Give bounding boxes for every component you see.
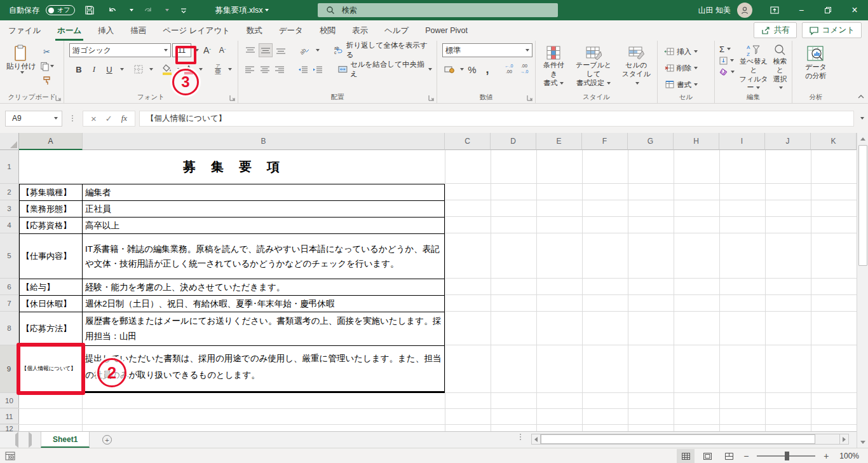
font-color-button[interactable]: A <box>182 62 195 76</box>
cell-styles-button[interactable]: セルの スタイル <box>618 45 654 88</box>
column-header-f[interactable]: F <box>582 133 628 150</box>
select-all-corner[interactable] <box>0 133 19 150</box>
save-button[interactable] <box>81 2 98 18</box>
autosave-toggle[interactable]: オフ <box>46 5 75 15</box>
increase-font-size-button[interactable]: Aˆ <box>200 43 214 57</box>
cell-b6[interactable]: 経験・能力を考慮の上、決めさせていただきます。 <box>83 279 445 295</box>
cell-b7[interactable]: 週休2日制（土日）、祝日、有給休暇、夏季･年末年始・慶弔休暇 <box>83 295 445 312</box>
format-painter-button[interactable] <box>40 74 54 88</box>
underline-dropdown[interactable] <box>120 68 124 71</box>
cell-b9[interactable]: 提出していただいた書類は、採用の用途でのみ使用し、厳重に管理いたします。また、担… <box>83 345 445 393</box>
fill-color-button[interactable] <box>161 62 173 76</box>
align-middle-button[interactable] <box>259 43 272 57</box>
comma-style-button[interactable]: , <box>480 62 494 76</box>
font-size-dropdown[interactable] <box>195 49 199 52</box>
fill-dropdown[interactable] <box>730 59 734 62</box>
tab-bar-splitter[interactable] <box>520 434 521 440</box>
format-as-table-dropdown[interactable] <box>607 82 611 85</box>
clear-dropdown[interactable] <box>731 71 735 73</box>
number-dialog-launcher[interactable] <box>527 95 533 101</box>
minimize-button[interactable]: − <box>788 0 815 20</box>
clipboard-dialog-launcher[interactable] <box>55 95 62 101</box>
cell-b2[interactable]: 編集者 <box>83 184 445 200</box>
clear-button[interactable] <box>717 67 736 77</box>
cell-a2[interactable]: 【募集職種】 <box>19 184 83 200</box>
alignment-dialog-launcher[interactable] <box>428 95 435 101</box>
cell-b5[interactable]: IT系書籍・雑誌の編集業務。原稿を読んで、読みやすい日本語になっているかどうか、… <box>83 233 445 279</box>
conditional-formatting-button[interactable]: 条件付き 書式 <box>538 45 569 88</box>
tab-file[interactable]: ファイル <box>0 20 49 41</box>
phonetic-guide-dropdown[interactable] <box>228 68 232 71</box>
cell-a7[interactable]: 【休日休暇】 <box>19 295 83 312</box>
tab-insert[interactable]: 挿入 <box>90 20 122 41</box>
scroll-up-button[interactable] <box>857 133 868 144</box>
borders-dropdown[interactable] <box>149 68 153 71</box>
tab-home[interactable]: ホーム <box>49 20 90 41</box>
redo-dropdown[interactable] <box>165 9 169 11</box>
paste-dropdown[interactable] <box>20 71 24 74</box>
redo-button[interactable] <box>140 2 156 18</box>
zoom-slider-thumb[interactable] <box>785 452 789 460</box>
underline-button[interactable]: U <box>102 62 116 76</box>
tab-draw[interactable]: 描画 <box>122 20 154 41</box>
align-right-button[interactable] <box>273 62 287 76</box>
tab-page-layout[interactable]: ページ レイアウト <box>154 20 238 41</box>
fill-color-dropdown[interactable] <box>177 68 181 71</box>
autosum-button[interactable]: Σ <box>717 44 736 54</box>
row-header-5[interactable]: 5 <box>0 233 19 279</box>
delete-cells-button[interactable]: 削除 <box>663 61 712 75</box>
row-header-2[interactable]: 2 <box>0 184 19 200</box>
row-header-10[interactable]: 10 <box>0 393 19 408</box>
insert-function-button[interactable]: fx <box>121 113 127 123</box>
new-sheet-button[interactable]: + <box>98 432 115 448</box>
expand-formula-bar-button[interactable] <box>854 117 868 120</box>
vertical-scrollbar[interactable] <box>857 133 868 448</box>
find-select-button[interactable]: 検索と 選択 <box>771 43 789 92</box>
undo-dropdown[interactable] <box>130 9 133 11</box>
insert-cells-button[interactable]: 挿入 <box>663 45 712 59</box>
name-box[interactable]: A9 <box>5 111 62 127</box>
confirm-entry-button[interactable]: ✓ <box>105 114 112 123</box>
format-cells-button[interactable]: 書式 <box>663 78 712 92</box>
row-header-8[interactable]: 8 <box>0 312 19 345</box>
cell-a6[interactable]: 【給与】 <box>19 279 83 295</box>
ribbon-display-options-button[interactable] <box>761 0 788 20</box>
column-header-b[interactable]: B <box>83 133 445 150</box>
font-color-dropdown[interactable] <box>199 68 203 71</box>
row-header-11[interactable]: 11 <box>0 409 19 424</box>
search-input[interactable]: 検索 <box>318 3 558 17</box>
scroll-left-button[interactable] <box>531 434 541 445</box>
column-header-a[interactable]: A <box>19 133 83 150</box>
accounting-format-button[interactable] <box>442 62 456 76</box>
zoom-in-button[interactable]: + <box>822 451 831 461</box>
copy-dropdown[interactable] <box>50 65 54 67</box>
cell-a4[interactable]: 【応募資格】 <box>19 217 83 233</box>
previous-sheet-button[interactable] <box>15 434 18 446</box>
quick-access-toolbar-menu[interactable] <box>175 2 192 18</box>
column-header-j[interactable]: J <box>765 133 811 150</box>
tab-review[interactable]: 校閲 <box>311 20 344 41</box>
cell-a5[interactable]: 【仕事内容】 <box>19 233 83 279</box>
orientation-dropdown[interactable] <box>316 49 320 52</box>
decrease-indent-button[interactable] <box>296 62 309 76</box>
delete-dropdown[interactable] <box>694 67 698 69</box>
share-button[interactable]: 共有 <box>754 22 797 38</box>
row-header-12[interactable]: 12 <box>0 425 19 431</box>
increase-decimal-button[interactable]: ←.0.00 <box>502 62 516 76</box>
normal-view-button[interactable] <box>677 449 695 463</box>
column-header-e[interactable]: E <box>536 133 582 150</box>
cell-a8[interactable]: 【応募方法】 <box>19 312 83 345</box>
font-size-combo[interactable]: 11 <box>172 43 191 57</box>
row-header-9[interactable]: 9 <box>0 345 19 393</box>
row-header-1[interactable]: 1 <box>0 150 19 184</box>
align-bottom-button[interactable] <box>275 43 288 57</box>
tab-formulas[interactable]: 数式 <box>238 20 271 41</box>
zoom-out-button[interactable]: − <box>742 451 750 461</box>
increase-indent-button[interactable] <box>311 62 325 76</box>
formula-bar-splitter[interactable] <box>66 115 79 121</box>
row-header-3[interactable]: 3 <box>0 200 19 217</box>
cell-b3[interactable]: 正社員 <box>83 200 445 217</box>
cancel-entry-button[interactable]: × <box>91 113 97 124</box>
name-box-dropdown[interactable] <box>54 117 58 120</box>
collapse-ribbon-button[interactable] <box>858 94 864 99</box>
